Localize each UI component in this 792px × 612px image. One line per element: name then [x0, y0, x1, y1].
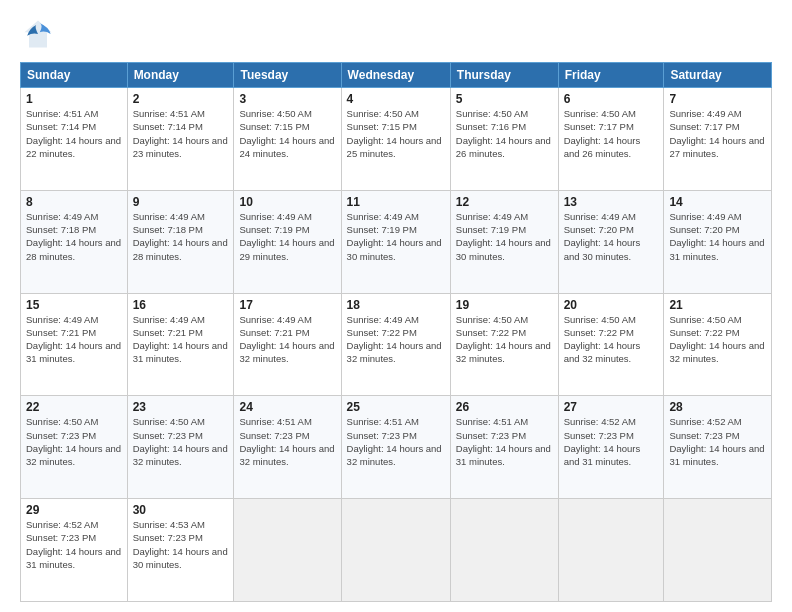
- day-info: Sunrise: 4:50 AMSunset: 7:15 PMDaylight:…: [239, 107, 335, 160]
- calendar-cell: 16Sunrise: 4:49 AMSunset: 7:21 PMDayligh…: [127, 293, 234, 396]
- day-info: Sunrise: 4:49 AMSunset: 7:19 PMDaylight:…: [347, 210, 445, 263]
- day-number: 9: [133, 195, 229, 209]
- calendar-cell: 14Sunrise: 4:49 AMSunset: 7:20 PMDayligh…: [664, 190, 772, 293]
- calendar-cell: 10Sunrise: 4:49 AMSunset: 7:19 PMDayligh…: [234, 190, 341, 293]
- calendar-cell: 2Sunrise: 4:51 AMSunset: 7:14 PMDaylight…: [127, 88, 234, 191]
- week-row-1: 1Sunrise: 4:51 AMSunset: 7:14 PMDaylight…: [21, 88, 772, 191]
- calendar-cell: 11Sunrise: 4:49 AMSunset: 7:19 PMDayligh…: [341, 190, 450, 293]
- day-number: 26: [456, 400, 553, 414]
- calendar-cell: [341, 499, 450, 602]
- day-info: Sunrise: 4:51 AMSunset: 7:23 PMDaylight:…: [347, 415, 445, 468]
- calendar-cell: [450, 499, 558, 602]
- calendar-cell: 13Sunrise: 4:49 AMSunset: 7:20 PMDayligh…: [558, 190, 664, 293]
- day-info: Sunrise: 4:49 AMSunset: 7:18 PMDaylight:…: [26, 210, 122, 263]
- calendar-cell: 28Sunrise: 4:52 AMSunset: 7:23 PMDayligh…: [664, 396, 772, 499]
- calendar-cell: 27Sunrise: 4:52 AMSunset: 7:23 PMDayligh…: [558, 396, 664, 499]
- day-number: 30: [133, 503, 229, 517]
- week-row-4: 22Sunrise: 4:50 AMSunset: 7:23 PMDayligh…: [21, 396, 772, 499]
- day-number: 11: [347, 195, 445, 209]
- day-info: Sunrise: 4:49 AMSunset: 7:22 PMDaylight:…: [347, 313, 445, 366]
- day-info: Sunrise: 4:50 AMSunset: 7:22 PMDaylight:…: [669, 313, 766, 366]
- day-number: 5: [456, 92, 553, 106]
- day-info: Sunrise: 4:53 AMSunset: 7:23 PMDaylight:…: [133, 518, 229, 571]
- day-number: 27: [564, 400, 659, 414]
- day-info: Sunrise: 4:51 AMSunset: 7:23 PMDaylight:…: [239, 415, 335, 468]
- day-info: Sunrise: 4:51 AMSunset: 7:14 PMDaylight:…: [133, 107, 229, 160]
- day-info: Sunrise: 4:51 AMSunset: 7:14 PMDaylight:…: [26, 107, 122, 160]
- day-info: Sunrise: 4:50 AMSunset: 7:16 PMDaylight:…: [456, 107, 553, 160]
- calendar-cell: 22Sunrise: 4:50 AMSunset: 7:23 PMDayligh…: [21, 396, 128, 499]
- day-number: 8: [26, 195, 122, 209]
- weekday-header-row: SundayMondayTuesdayWednesdayThursdayFrid…: [21, 63, 772, 88]
- weekday-header-thursday: Thursday: [450, 63, 558, 88]
- calendar-table: SundayMondayTuesdayWednesdayThursdayFrid…: [20, 62, 772, 602]
- weekday-header-wednesday: Wednesday: [341, 63, 450, 88]
- day-number: 6: [564, 92, 659, 106]
- weekday-header-monday: Monday: [127, 63, 234, 88]
- day-number: 25: [347, 400, 445, 414]
- logo: [20, 16, 60, 52]
- calendar-cell: 6Sunrise: 4:50 AMSunset: 7:17 PMDaylight…: [558, 88, 664, 191]
- day-info: Sunrise: 4:49 AMSunset: 7:21 PMDaylight:…: [26, 313, 122, 366]
- day-number: 20: [564, 298, 659, 312]
- calendar-cell: [234, 499, 341, 602]
- day-info: Sunrise: 4:49 AMSunset: 7:21 PMDaylight:…: [133, 313, 229, 366]
- page: SundayMondayTuesdayWednesdayThursdayFrid…: [0, 0, 792, 612]
- day-number: 18: [347, 298, 445, 312]
- calendar-cell: 1Sunrise: 4:51 AMSunset: 7:14 PMDaylight…: [21, 88, 128, 191]
- calendar-cell: 19Sunrise: 4:50 AMSunset: 7:22 PMDayligh…: [450, 293, 558, 396]
- weekday-header-tuesday: Tuesday: [234, 63, 341, 88]
- week-row-2: 8Sunrise: 4:49 AMSunset: 7:18 PMDaylight…: [21, 190, 772, 293]
- day-number: 19: [456, 298, 553, 312]
- calendar-cell: 24Sunrise: 4:51 AMSunset: 7:23 PMDayligh…: [234, 396, 341, 499]
- day-number: 13: [564, 195, 659, 209]
- weekday-header-saturday: Saturday: [664, 63, 772, 88]
- day-number: 2: [133, 92, 229, 106]
- calendar-cell: 3Sunrise: 4:50 AMSunset: 7:15 PMDaylight…: [234, 88, 341, 191]
- calendar-cell: 30Sunrise: 4:53 AMSunset: 7:23 PMDayligh…: [127, 499, 234, 602]
- day-number: 24: [239, 400, 335, 414]
- day-info: Sunrise: 4:49 AMSunset: 7:21 PMDaylight:…: [239, 313, 335, 366]
- weekday-header-sunday: Sunday: [21, 63, 128, 88]
- day-info: Sunrise: 4:52 AMSunset: 7:23 PMDaylight:…: [669, 415, 766, 468]
- day-info: Sunrise: 4:50 AMSunset: 7:15 PMDaylight:…: [347, 107, 445, 160]
- day-number: 4: [347, 92, 445, 106]
- calendar-cell: 8Sunrise: 4:49 AMSunset: 7:18 PMDaylight…: [21, 190, 128, 293]
- day-number: 22: [26, 400, 122, 414]
- day-info: Sunrise: 4:50 AMSunset: 7:22 PMDaylight:…: [456, 313, 553, 366]
- day-info: Sunrise: 4:49 AMSunset: 7:18 PMDaylight:…: [133, 210, 229, 263]
- calendar-cell: 12Sunrise: 4:49 AMSunset: 7:19 PMDayligh…: [450, 190, 558, 293]
- day-info: Sunrise: 4:52 AMSunset: 7:23 PMDaylight:…: [564, 415, 659, 468]
- weekday-header-friday: Friday: [558, 63, 664, 88]
- calendar-cell: 20Sunrise: 4:50 AMSunset: 7:22 PMDayligh…: [558, 293, 664, 396]
- day-info: Sunrise: 4:50 AMSunset: 7:23 PMDaylight:…: [133, 415, 229, 468]
- calendar-cell: 25Sunrise: 4:51 AMSunset: 7:23 PMDayligh…: [341, 396, 450, 499]
- calendar-cell: [664, 499, 772, 602]
- day-info: Sunrise: 4:49 AMSunset: 7:20 PMDaylight:…: [669, 210, 766, 263]
- calendar-cell: 18Sunrise: 4:49 AMSunset: 7:22 PMDayligh…: [341, 293, 450, 396]
- calendar-cell: 9Sunrise: 4:49 AMSunset: 7:18 PMDaylight…: [127, 190, 234, 293]
- day-number: 29: [26, 503, 122, 517]
- day-number: 7: [669, 92, 766, 106]
- day-number: 3: [239, 92, 335, 106]
- day-number: 14: [669, 195, 766, 209]
- calendar-cell: 21Sunrise: 4:50 AMSunset: 7:22 PMDayligh…: [664, 293, 772, 396]
- day-number: 1: [26, 92, 122, 106]
- calendar-cell: 23Sunrise: 4:50 AMSunset: 7:23 PMDayligh…: [127, 396, 234, 499]
- day-number: 28: [669, 400, 766, 414]
- week-row-3: 15Sunrise: 4:49 AMSunset: 7:21 PMDayligh…: [21, 293, 772, 396]
- day-number: 23: [133, 400, 229, 414]
- day-info: Sunrise: 4:50 AMSunset: 7:22 PMDaylight:…: [564, 313, 659, 366]
- day-number: 21: [669, 298, 766, 312]
- day-info: Sunrise: 4:49 AMSunset: 7:17 PMDaylight:…: [669, 107, 766, 160]
- calendar-cell: 15Sunrise: 4:49 AMSunset: 7:21 PMDayligh…: [21, 293, 128, 396]
- day-info: Sunrise: 4:49 AMSunset: 7:20 PMDaylight:…: [564, 210, 659, 263]
- day-number: 15: [26, 298, 122, 312]
- calendar-cell: 26Sunrise: 4:51 AMSunset: 7:23 PMDayligh…: [450, 396, 558, 499]
- calendar-cell: 17Sunrise: 4:49 AMSunset: 7:21 PMDayligh…: [234, 293, 341, 396]
- day-info: Sunrise: 4:52 AMSunset: 7:23 PMDaylight:…: [26, 518, 122, 571]
- calendar-cell: 4Sunrise: 4:50 AMSunset: 7:15 PMDaylight…: [341, 88, 450, 191]
- day-info: Sunrise: 4:50 AMSunset: 7:17 PMDaylight:…: [564, 107, 659, 160]
- calendar-cell: 7Sunrise: 4:49 AMSunset: 7:17 PMDaylight…: [664, 88, 772, 191]
- day-number: 16: [133, 298, 229, 312]
